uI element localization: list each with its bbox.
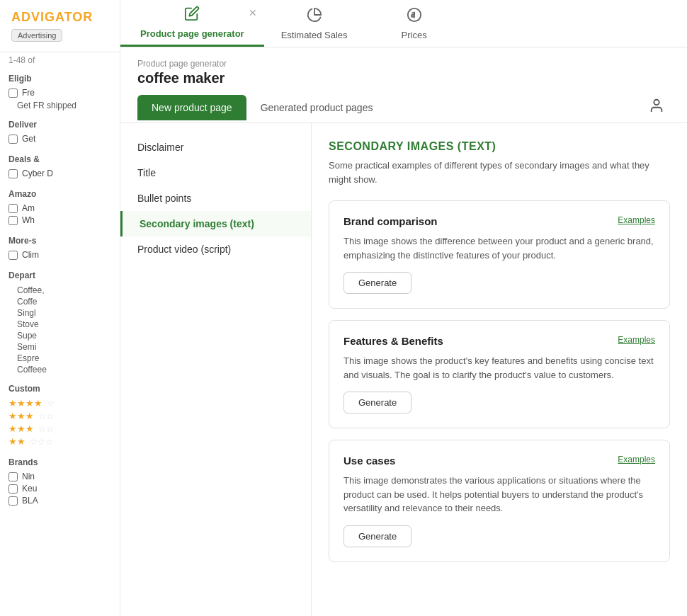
tab-new-product-page[interactable]: New product page bbox=[137, 95, 246, 120]
results-count: 1-48 of bbox=[0, 52, 120, 68]
deals-title: Deals & bbox=[8, 154, 111, 164]
card-use-cases-title: Use cases bbox=[344, 455, 395, 467]
tab-product-page-generator[interactable]: ✕ Product page generator bbox=[120, 0, 264, 47]
features-generate-button[interactable]: Generate bbox=[344, 392, 411, 413]
chart-icon bbox=[307, 7, 322, 26]
left-panel: Disclaimer Title Bullet points Secondary… bbox=[120, 123, 312, 616]
nav-title[interactable]: Title bbox=[120, 160, 311, 186]
card-brand-desc: This image shows the difference between … bbox=[344, 234, 655, 262]
filter-nin[interactable]: Nin bbox=[8, 472, 111, 481]
delivery-title: Deliver bbox=[8, 120, 111, 130]
breadcrumb-parent: Product page generator bbox=[137, 59, 670, 69]
dept-singl[interactable]: Singl bbox=[8, 307, 111, 319]
department-title: Depart bbox=[8, 270, 111, 280]
card-brand-comparison: Brand comparison Examples This image sho… bbox=[329, 200, 670, 309]
nav-disclaimer[interactable]: Disclaimer bbox=[120, 135, 311, 160]
more-group: More-s Clim bbox=[0, 230, 120, 265]
section-description: Some practical examples of different typ… bbox=[329, 159, 670, 186]
dollar-icon bbox=[407, 7, 422, 26]
eligibility-title: Eligib bbox=[8, 74, 111, 84]
advertising-badge[interactable]: Advertising bbox=[11, 29, 62, 42]
filter-free[interactable]: Fre bbox=[8, 88, 111, 98]
logo-area: ADVIGATOR Advertising bbox=[0, 0, 120, 52]
features-examples-link[interactable]: Examples bbox=[618, 335, 655, 345]
card-features-desc: This image shows the product's key featu… bbox=[344, 354, 655, 382]
brand-generate-button[interactable]: Generate bbox=[344, 272, 411, 294]
card-brand-header: Brand comparison Examples bbox=[344, 215, 655, 227]
rating-3a[interactable]: ★★★☆☆ bbox=[8, 411, 111, 421]
card-features-benefits: Features & Benefits Examples This image … bbox=[329, 320, 670, 428]
tab-generated-product-pages[interactable]: Generated product pages bbox=[246, 95, 387, 120]
filter-get[interactable]: Get bbox=[8, 134, 111, 144]
section-title: SECONDARY IMAGES (TEXT) bbox=[329, 140, 670, 153]
content-area: Disclaimer Title Bullet points Secondary… bbox=[120, 123, 687, 616]
deals-group: Deals & Cyber D bbox=[0, 149, 120, 183]
nav-product-video[interactable]: Product video (script) bbox=[120, 236, 311, 262]
tab-estimated-sales[interactable]: Estimated Sales bbox=[264, 0, 365, 47]
filter-bla[interactable]: BLA bbox=[8, 496, 111, 506]
card-use-cases: Use cases Examples This image demonstrat… bbox=[329, 440, 670, 562]
delivery-group: Deliver Get bbox=[0, 114, 120, 149]
dept-supe[interactable]: Supe bbox=[8, 330, 111, 341]
main-content: ✕ Product page generator Estimated Sales… bbox=[120, 0, 687, 616]
user-icon[interactable] bbox=[643, 92, 670, 122]
card-use-cases-header: Use cases Examples bbox=[344, 455, 655, 467]
card-features-header: Features & Benefits Examples bbox=[344, 335, 655, 347]
right-panel: SECONDARY IMAGES (TEXT) Some practical e… bbox=[312, 123, 687, 616]
sidebar: ADVIGATOR Advertising 1-48 of Eligib Fre… bbox=[0, 0, 120, 616]
card-use-cases-desc: This image demonstrates the various appl… bbox=[344, 474, 655, 515]
filter-keu[interactable]: Keu bbox=[8, 484, 111, 494]
dept-semi[interactable]: Semi bbox=[8, 341, 111, 353]
dept-stove[interactable]: Stove bbox=[8, 319, 111, 330]
top-navigation: ✕ Product page generator Estimated Sales… bbox=[120, 0, 687, 47]
filter-free-sub: Get FR shipped bbox=[8, 100, 111, 111]
card-brand-title: Brand comparison bbox=[344, 215, 438, 227]
card-features-title: Features & Benefits bbox=[344, 335, 443, 347]
rating-title: Custom bbox=[8, 384, 111, 394]
filter-wh[interactable]: Wh bbox=[8, 215, 111, 225]
edit-icon bbox=[184, 6, 200, 25]
brands-group: Brands Nin Keu BLA bbox=[0, 452, 120, 511]
department-group: Depart Coffee, Coffe Singl Stove Supe Se… bbox=[0, 265, 120, 378]
breadcrumb-title: coffee maker bbox=[137, 70, 670, 86]
amazon-title: Amazo bbox=[8, 189, 111, 199]
eligibility-group: Eligib Fre Get FR shipped bbox=[0, 68, 120, 114]
dept-espre[interactable]: Espre bbox=[8, 353, 111, 364]
brand-examples-link[interactable]: Examples bbox=[618, 215, 655, 225]
customer-rating-group: Custom ★★★★☆ ★★★☆☆ ★★★☆☆ ★★☆☆☆ bbox=[0, 378, 120, 452]
brands-title: Brands bbox=[8, 457, 111, 467]
dept-coffee[interactable]: Coffee, bbox=[8, 285, 111, 296]
use-cases-examples-link[interactable]: Examples bbox=[618, 455, 655, 464]
page-tabs-row: New product page Generated product pages bbox=[120, 92, 687, 123]
filter-am[interactable]: Am bbox=[8, 203, 111, 213]
logo-text: ADVIGATOR bbox=[11, 10, 93, 25]
tab-product-page-label: Product page generator bbox=[140, 28, 244, 39]
close-icon[interactable]: ✕ bbox=[249, 7, 257, 18]
dept-coffe[interactable]: Coffe bbox=[8, 296, 111, 307]
breadcrumb: Product page generator coffee maker bbox=[120, 47, 687, 92]
filter-cyber[interactable]: Cyber D bbox=[8, 169, 111, 178]
nav-secondary-images[interactable]: Secondary images (text) bbox=[120, 211, 311, 236]
more-title: More-s bbox=[8, 236, 111, 246]
tab-estimated-sales-label: Estimated Sales bbox=[281, 30, 348, 40]
dept-coffeee[interactable]: Coffeee bbox=[8, 364, 111, 375]
use-cases-generate-button[interactable]: Generate bbox=[344, 525, 411, 547]
tab-prices-label: Prices bbox=[402, 30, 427, 40]
logo-prefix: ADV bbox=[11, 10, 40, 24]
nav-bullet-points[interactable]: Bullet points bbox=[120, 186, 311, 211]
rating-4[interactable]: ★★★★☆ bbox=[8, 398, 111, 409]
rating-3b[interactable]: ★★★☆☆ bbox=[8, 423, 111, 434]
logo-suffix: GATOR bbox=[45, 10, 93, 24]
svg-point-2 bbox=[654, 100, 659, 105]
rating-2[interactable]: ★★☆☆☆ bbox=[8, 436, 111, 447]
amazon-group: Amazo Am Wh bbox=[0, 183, 120, 230]
filter-clim[interactable]: Clim bbox=[8, 250, 111, 260]
tab-prices[interactable]: Prices bbox=[365, 0, 464, 47]
